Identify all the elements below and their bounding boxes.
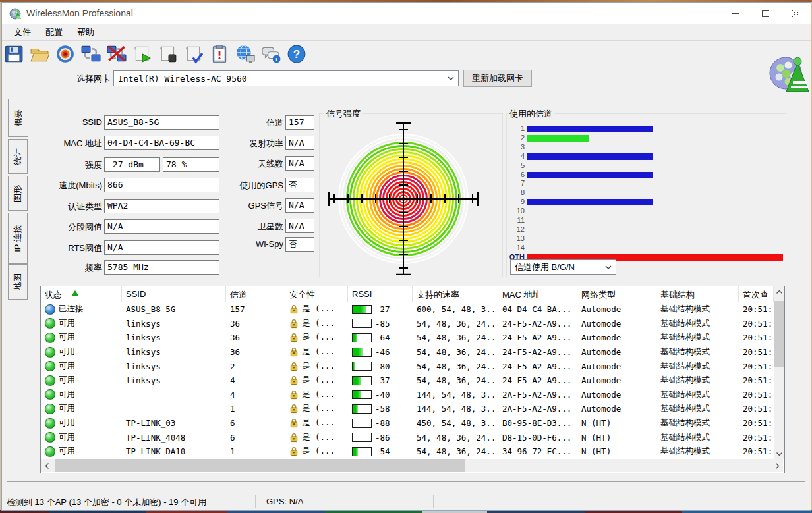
column-header-mac[interactable]: MAC 地址 — [498, 286, 577, 302]
start-logging-button[interactable] — [132, 44, 152, 67]
summary-report-button[interactable] — [210, 44, 229, 67]
maximize-button[interactable] — [750, 2, 780, 24]
horizontal-scroll-thumb[interactable] — [55, 459, 465, 472]
rates-cell: 54, 48, 36, 24... — [413, 333, 498, 342]
table-row[interactable]: 可用linksys36是 (...-4654, 48, 36, 24...24-… — [41, 345, 784, 360]
start-logging-icon — [132, 44, 152, 64]
security-text: 是 (... — [302, 346, 335, 358]
column-header-infrastructure[interactable]: 基础结构 — [656, 286, 739, 302]
table-row[interactable]: 可用linksys4是 (...-3754, 48, 36, 24...24-F… — [41, 373, 784, 388]
rates-cell: 54, 48, 36, 24... — [413, 433, 498, 443]
scroll-right-icon[interactable] — [771, 459, 783, 472]
channel-cell: 36 — [226, 333, 285, 342]
field-value: N/A — [285, 136, 314, 150]
column-header-security[interactable]: 安全性 — [285, 286, 348, 302]
column-header-first-seen[interactable]: 首次查 — [739, 286, 774, 302]
scroll-left-icon[interactable] — [41, 459, 53, 472]
save-button[interactable] — [4, 44, 24, 67]
lock-icon — [289, 390, 299, 400]
rssi-bar-icon — [352, 404, 372, 414]
horizontal-scrollbar[interactable] — [41, 459, 783, 472]
tab-ip-connections[interactable]: IP 连接 — [8, 213, 28, 264]
column-header-status[interactable]: 状态 — [41, 286, 122, 302]
field-value-2: 78 % — [163, 157, 219, 172]
mac-cell: 24-F5-A2-A9... — [498, 319, 577, 329]
stop-logging-button[interactable] — [158, 44, 178, 67]
lock-icon — [289, 304, 299, 314]
channel-usage-select[interactable]: 信道使用 B/G/N — [510, 259, 616, 275]
status-text: 可用 — [59, 432, 75, 443]
first-seen-cell: 20:51: — [739, 418, 774, 428]
close-button[interactable] — [780, 2, 811, 24]
first-seen-cell: 20:51: — [739, 304, 774, 314]
tab-summary[interactable]: 概要 — [8, 99, 28, 137]
open-icon — [30, 44, 49, 64]
vertical-scroll-thumb[interactable] — [774, 301, 784, 367]
mac-cell: 24-F5-A2-A9... — [498, 375, 577, 385]
target-button[interactable] — [55, 44, 75, 67]
column-header-net-type[interactable]: 网络类型 — [577, 286, 656, 302]
verify-logging-button[interactable] — [184, 44, 204, 67]
menu-item-file[interactable]: 文件 — [7, 24, 38, 40]
table-row[interactable]: 可用linksys36是 (...-6454, 48, 36, 24...24-… — [41, 331, 784, 345]
mac-cell: B0-95-8E-D3... — [498, 418, 577, 428]
field-value: N/A — [285, 156, 314, 171]
help-icon: ? — [287, 44, 306, 64]
web-button[interactable] — [235, 44, 255, 67]
open-button[interactable] — [30, 44, 49, 67]
table-row[interactable]: 可用4是 (...-40144, 54, 48, 3...2A-F5-A2-A9… — [41, 388, 784, 402]
table-row[interactable]: 可用1是 (...-58144, 54, 48, 3...2A-F5-A2-A9… — [41, 402, 784, 416]
rssi-cell: -88 — [348, 418, 413, 428]
menu-item-config[interactable]: 配置 — [38, 24, 70, 40]
column-header-rssi[interactable]: RSSI — [348, 286, 413, 302]
field-label: 频率 — [34, 262, 102, 274]
first-seen-cell: 20:51: — [739, 446, 774, 456]
table-row[interactable]: 可用TP-LINK_40486是 (...-8654, 48, 36, 24..… — [41, 430, 784, 445]
first-seen-cell: 20:51: — [739, 390, 774, 400]
table-row[interactable]: 可用linksys36是 (...-8554, 48, 36, 24...24-… — [41, 317, 784, 331]
column-header-rates[interactable]: 支持的速率 — [413, 286, 498, 302]
channel-label: 11 — [500, 216, 525, 224]
ssid-cell: linksys — [122, 347, 226, 357]
status-text: 可用 — [59, 318, 75, 329]
tab-statistics[interactable]: 统计 — [8, 139, 28, 174]
field-label: 发射功率 — [216, 138, 283, 149]
channel-cell: 1 — [226, 404, 285, 414]
infrastructure-cell: 基础结构模式 — [656, 446, 739, 457]
rssi-cell: -37 — [348, 375, 413, 385]
menu-item-help[interactable]: 帮助 — [70, 24, 102, 40]
field-value: 5785 MHz — [104, 260, 219, 275]
scroll-up-icon[interactable] — [774, 286, 784, 297]
channel-label: 4 — [500, 152, 525, 160]
minimize-button[interactable] — [720, 2, 750, 24]
help-button[interactable]: ? — [287, 44, 306, 67]
lock-icon — [289, 347, 299, 357]
status-text: 已连接 — [59, 304, 84, 315]
rates-cell: 450, 54, 48, 3... — [413, 418, 498, 428]
svg-text:?: ? — [293, 47, 300, 61]
vertical-scrollbar[interactable] — [774, 286, 784, 459]
support-info-button[interactable]: i — [261, 44, 281, 67]
tab-map[interactable]: 地图 — [8, 264, 28, 300]
scroll-down-icon[interactable] — [774, 448, 784, 459]
security-cell: 是 (... — [285, 432, 348, 443]
tab-graphs[interactable]: 图形 — [8, 176, 28, 211]
chevron-down-icon — [605, 265, 612, 269]
rssi-cell: -27 — [348, 304, 413, 314]
tab-label: 地图 — [12, 273, 24, 290]
connect-button[interactable] — [81, 44, 101, 67]
gps-status: GPS: N/A — [266, 497, 303, 506]
rssi-value: -80 — [375, 362, 390, 371]
adapter-select[interactable]: Intel(R) Wireless-AC 9560 — [113, 70, 459, 86]
rates-cell: 54, 48, 36, 24... — [413, 362, 498, 371]
tab-label: IP 连接 — [12, 225, 24, 252]
table-row[interactable]: 可用TP-LINK_036是 (...-88450, 54, 48, 3...B… — [41, 416, 784, 431]
table-row[interactable]: 已连接ASUS_B8-5G157是 (...-27600, 54, 48, 3.… — [41, 302, 784, 317]
table-row[interactable]: 可用linksys2是 (...-8054, 48, 36, 24...24-F… — [41, 359, 784, 373]
reload-adapter-button[interactable]: 重新加载网卡 — [463, 70, 532, 87]
column-header-channel[interactable]: 信道 — [226, 286, 285, 302]
infrastructure-cell: 基础结构模式 — [656, 375, 739, 386]
disconnect-button[interactable] — [107, 44, 127, 67]
column-header-ssid[interactable]: SSID — [122, 286, 226, 302]
table-row[interactable]: 可用TP-LINK_DA101是 (...-5454, 48, 36, 24..… — [41, 445, 784, 459]
